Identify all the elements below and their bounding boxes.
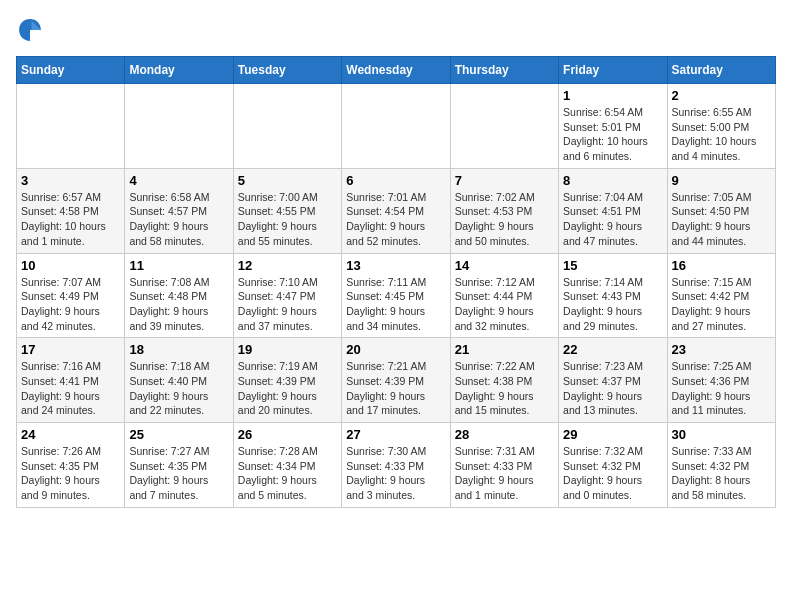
day-number: 19: [238, 342, 337, 357]
day-number: 23: [672, 342, 771, 357]
day-info: Sunrise: 7:27 AM Sunset: 4:35 PM Dayligh…: [129, 444, 228, 503]
day-info: Sunrise: 7:18 AM Sunset: 4:40 PM Dayligh…: [129, 359, 228, 418]
day-number: 12: [238, 258, 337, 273]
weekday-header-monday: Monday: [125, 57, 233, 84]
calendar-cell: 3Sunrise: 6:57 AM Sunset: 4:58 PM Daylig…: [17, 168, 125, 253]
day-info: Sunrise: 7:05 AM Sunset: 4:50 PM Dayligh…: [672, 190, 771, 249]
calendar-cell: 11Sunrise: 7:08 AM Sunset: 4:48 PM Dayli…: [125, 253, 233, 338]
calendar-cell: 27Sunrise: 7:30 AM Sunset: 4:33 PM Dayli…: [342, 423, 450, 508]
calendar-cell: [125, 84, 233, 169]
day-number: 10: [21, 258, 120, 273]
day-number: 30: [672, 427, 771, 442]
day-info: Sunrise: 7:04 AM Sunset: 4:51 PM Dayligh…: [563, 190, 662, 249]
weekday-header-sunday: Sunday: [17, 57, 125, 84]
calendar-cell: 16Sunrise: 7:15 AM Sunset: 4:42 PM Dayli…: [667, 253, 775, 338]
day-number: 9: [672, 173, 771, 188]
day-info: Sunrise: 7:22 AM Sunset: 4:38 PM Dayligh…: [455, 359, 554, 418]
calendar-cell: 4Sunrise: 6:58 AM Sunset: 4:57 PM Daylig…: [125, 168, 233, 253]
weekday-header-thursday: Thursday: [450, 57, 558, 84]
day-info: Sunrise: 7:32 AM Sunset: 4:32 PM Dayligh…: [563, 444, 662, 503]
day-info: Sunrise: 6:55 AM Sunset: 5:00 PM Dayligh…: [672, 105, 771, 164]
calendar-cell: 20Sunrise: 7:21 AM Sunset: 4:39 PM Dayli…: [342, 338, 450, 423]
day-info: Sunrise: 7:15 AM Sunset: 4:42 PM Dayligh…: [672, 275, 771, 334]
weekday-header-wednesday: Wednesday: [342, 57, 450, 84]
day-info: Sunrise: 7:23 AM Sunset: 4:37 PM Dayligh…: [563, 359, 662, 418]
calendar-cell: 5Sunrise: 7:00 AM Sunset: 4:55 PM Daylig…: [233, 168, 341, 253]
day-info: Sunrise: 7:21 AM Sunset: 4:39 PM Dayligh…: [346, 359, 445, 418]
day-info: Sunrise: 7:02 AM Sunset: 4:53 PM Dayligh…: [455, 190, 554, 249]
calendar-cell: 2Sunrise: 6:55 AM Sunset: 5:00 PM Daylig…: [667, 84, 775, 169]
day-number: 24: [21, 427, 120, 442]
day-info: Sunrise: 6:57 AM Sunset: 4:58 PM Dayligh…: [21, 190, 120, 249]
calendar-week-3: 10Sunrise: 7:07 AM Sunset: 4:49 PM Dayli…: [17, 253, 776, 338]
day-number: 26: [238, 427, 337, 442]
day-number: 2: [672, 88, 771, 103]
page-header: [16, 16, 776, 44]
day-number: 8: [563, 173, 662, 188]
day-number: 5: [238, 173, 337, 188]
day-number: 1: [563, 88, 662, 103]
weekday-header-row: SundayMondayTuesdayWednesdayThursdayFrid…: [17, 57, 776, 84]
logo: [16, 16, 48, 44]
calendar-cell: [342, 84, 450, 169]
day-info: Sunrise: 7:01 AM Sunset: 4:54 PM Dayligh…: [346, 190, 445, 249]
day-number: 25: [129, 427, 228, 442]
calendar-cell: 7Sunrise: 7:02 AM Sunset: 4:53 PM Daylig…: [450, 168, 558, 253]
calendar-cell: 25Sunrise: 7:27 AM Sunset: 4:35 PM Dayli…: [125, 423, 233, 508]
calendar-cell: 18Sunrise: 7:18 AM Sunset: 4:40 PM Dayli…: [125, 338, 233, 423]
weekday-header-saturday: Saturday: [667, 57, 775, 84]
day-info: Sunrise: 7:11 AM Sunset: 4:45 PM Dayligh…: [346, 275, 445, 334]
calendar-table: SundayMondayTuesdayWednesdayThursdayFrid…: [16, 56, 776, 508]
day-info: Sunrise: 7:28 AM Sunset: 4:34 PM Dayligh…: [238, 444, 337, 503]
calendar-cell: 22Sunrise: 7:23 AM Sunset: 4:37 PM Dayli…: [559, 338, 667, 423]
day-number: 29: [563, 427, 662, 442]
day-info: Sunrise: 7:07 AM Sunset: 4:49 PM Dayligh…: [21, 275, 120, 334]
day-info: Sunrise: 7:30 AM Sunset: 4:33 PM Dayligh…: [346, 444, 445, 503]
day-number: 21: [455, 342, 554, 357]
calendar-cell: 15Sunrise: 7:14 AM Sunset: 4:43 PM Dayli…: [559, 253, 667, 338]
calendar-cell: 23Sunrise: 7:25 AM Sunset: 4:36 PM Dayli…: [667, 338, 775, 423]
weekday-header-friday: Friday: [559, 57, 667, 84]
day-number: 4: [129, 173, 228, 188]
day-number: 14: [455, 258, 554, 273]
day-info: Sunrise: 7:08 AM Sunset: 4:48 PM Dayligh…: [129, 275, 228, 334]
day-number: 28: [455, 427, 554, 442]
calendar-cell: 6Sunrise: 7:01 AM Sunset: 4:54 PM Daylig…: [342, 168, 450, 253]
day-number: 3: [21, 173, 120, 188]
day-number: 15: [563, 258, 662, 273]
day-number: 11: [129, 258, 228, 273]
calendar-cell: 1Sunrise: 6:54 AM Sunset: 5:01 PM Daylig…: [559, 84, 667, 169]
day-info: Sunrise: 7:31 AM Sunset: 4:33 PM Dayligh…: [455, 444, 554, 503]
calendar-cell: [17, 84, 125, 169]
calendar-week-2: 3Sunrise: 6:57 AM Sunset: 4:58 PM Daylig…: [17, 168, 776, 253]
day-info: Sunrise: 7:10 AM Sunset: 4:47 PM Dayligh…: [238, 275, 337, 334]
calendar-cell: 19Sunrise: 7:19 AM Sunset: 4:39 PM Dayli…: [233, 338, 341, 423]
day-number: 20: [346, 342, 445, 357]
day-info: Sunrise: 7:25 AM Sunset: 4:36 PM Dayligh…: [672, 359, 771, 418]
day-number: 27: [346, 427, 445, 442]
calendar-cell: [233, 84, 341, 169]
calendar-cell: 30Sunrise: 7:33 AM Sunset: 4:32 PM Dayli…: [667, 423, 775, 508]
day-number: 18: [129, 342, 228, 357]
calendar-cell: 13Sunrise: 7:11 AM Sunset: 4:45 PM Dayli…: [342, 253, 450, 338]
day-number: 6: [346, 173, 445, 188]
day-number: 17: [21, 342, 120, 357]
calendar-cell: 29Sunrise: 7:32 AM Sunset: 4:32 PM Dayli…: [559, 423, 667, 508]
day-number: 16: [672, 258, 771, 273]
day-info: Sunrise: 7:12 AM Sunset: 4:44 PM Dayligh…: [455, 275, 554, 334]
calendar-cell: 26Sunrise: 7:28 AM Sunset: 4:34 PM Dayli…: [233, 423, 341, 508]
calendar-cell: 17Sunrise: 7:16 AM Sunset: 4:41 PM Dayli…: [17, 338, 125, 423]
calendar-week-1: 1Sunrise: 6:54 AM Sunset: 5:01 PM Daylig…: [17, 84, 776, 169]
day-info: Sunrise: 7:33 AM Sunset: 4:32 PM Dayligh…: [672, 444, 771, 503]
day-number: 22: [563, 342, 662, 357]
calendar-cell: 21Sunrise: 7:22 AM Sunset: 4:38 PM Dayli…: [450, 338, 558, 423]
calendar-cell: 12Sunrise: 7:10 AM Sunset: 4:47 PM Dayli…: [233, 253, 341, 338]
day-info: Sunrise: 7:00 AM Sunset: 4:55 PM Dayligh…: [238, 190, 337, 249]
logo-icon: [16, 16, 44, 44]
calendar-cell: 8Sunrise: 7:04 AM Sunset: 4:51 PM Daylig…: [559, 168, 667, 253]
calendar-cell: 14Sunrise: 7:12 AM Sunset: 4:44 PM Dayli…: [450, 253, 558, 338]
calendar-cell: 24Sunrise: 7:26 AM Sunset: 4:35 PM Dayli…: [17, 423, 125, 508]
calendar-week-5: 24Sunrise: 7:26 AM Sunset: 4:35 PM Dayli…: [17, 423, 776, 508]
day-info: Sunrise: 7:19 AM Sunset: 4:39 PM Dayligh…: [238, 359, 337, 418]
weekday-header-tuesday: Tuesday: [233, 57, 341, 84]
